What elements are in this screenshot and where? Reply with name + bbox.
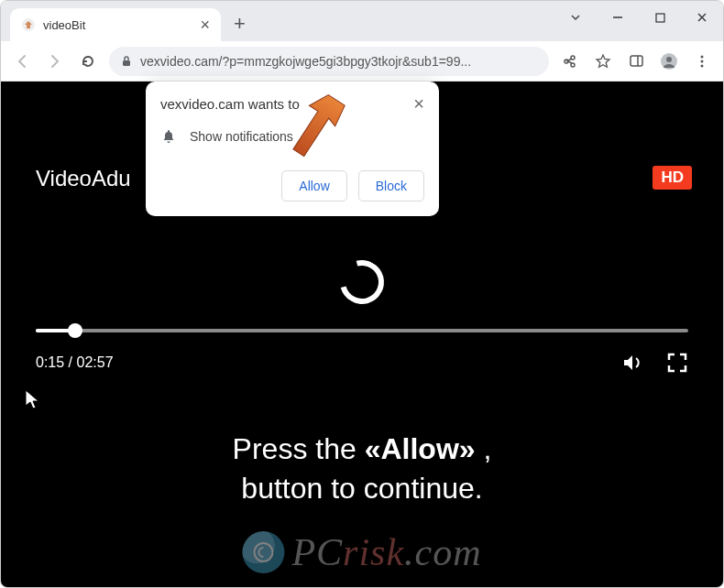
svg-point-10: [666, 57, 672, 62]
url-text: vexvideo.cam/?p=mmzgkojwge5gi3bpgy3tkojr…: [140, 54, 538, 69]
permission-option-text: Show notifications: [190, 129, 293, 144]
svg-point-14: [254, 543, 272, 561]
forward-button[interactable]: [43, 53, 67, 70]
permission-prompt-text: vexvideo.cam wants to: [160, 96, 300, 112]
svg-rect-3: [123, 60, 130, 66]
address-bar: vexvideo.cam/?p=mmzgkojwge5gi3bpgy3tkojr…: [1, 41, 723, 82]
favicon-icon: [21, 17, 36, 32]
site-brand: VideoAdu: [36, 166, 131, 191]
close-window-button[interactable]: [681, 1, 723, 34]
bookmark-icon[interactable]: [591, 53, 615, 70]
hd-badge: HD: [653, 166, 692, 190]
watermark: PCrisk.com: [242, 530, 481, 574]
tab-title: videoBit: [43, 18, 192, 32]
time-elapsed: 0:15: [36, 354, 64, 370]
reload-button[interactable]: [76, 53, 100, 70]
new-tab-button[interactable]: +: [234, 12, 246, 36]
svg-rect-2: [656, 14, 664, 22]
tab-close-icon[interactable]: ×: [200, 16, 210, 33]
omnibox[interactable]: vexvideo.cam/?p=mmzgkojwge5gi3bpgy3tkojr…: [109, 47, 549, 76]
loading-spinner-icon: [340, 260, 384, 304]
titlebar: videoBit × +: [1, 1, 723, 41]
cursor-icon: [25, 389, 41, 411]
menu-icon[interactable]: [690, 54, 714, 69]
lock-icon: [120, 55, 133, 68]
svg-point-12: [701, 60, 704, 62]
allow-button[interactable]: Allow: [281, 170, 346, 201]
block-button[interactable]: Block: [358, 170, 424, 201]
watermark-logo-icon: [242, 531, 284, 573]
progress-track[interactable]: [36, 329, 688, 332]
svg-point-11: [701, 55, 704, 58]
svg-point-5: [565, 60, 568, 63]
volume-icon[interactable]: [620, 351, 644, 375]
svg-point-4: [571, 56, 575, 60]
permission-popup: vexvideo.cam wants to × Show notificatio…: [146, 82, 439, 216]
time-display: 0:15 / 02:57: [36, 354, 114, 371]
video-controls: 0:15 / 02:57: [36, 329, 688, 375]
progress-thumb[interactable]: [68, 323, 82, 338]
svg-point-6: [571, 63, 575, 67]
fullscreen-icon[interactable]: [666, 352, 688, 374]
browser-tab[interactable]: videoBit ×: [10, 8, 221, 41]
svg-rect-7: [631, 56, 642, 66]
dropdown-icon[interactable]: [554, 1, 597, 34]
profile-icon[interactable]: [657, 52, 681, 71]
back-button[interactable]: [10, 53, 34, 70]
time-total: 02:57: [76, 354, 113, 370]
side-panel-icon[interactable]: [624, 53, 648, 69]
popup-close-icon[interactable]: ×: [413, 96, 424, 111]
bell-icon: [160, 128, 177, 145]
svg-point-13: [701, 64, 704, 67]
minimize-button[interactable]: [597, 1, 639, 34]
maximize-button[interactable]: [639, 1, 681, 34]
share-icon[interactable]: [558, 53, 582, 70]
instruction-text: Press the «Allow» , button to continue.: [1, 430, 723, 508]
